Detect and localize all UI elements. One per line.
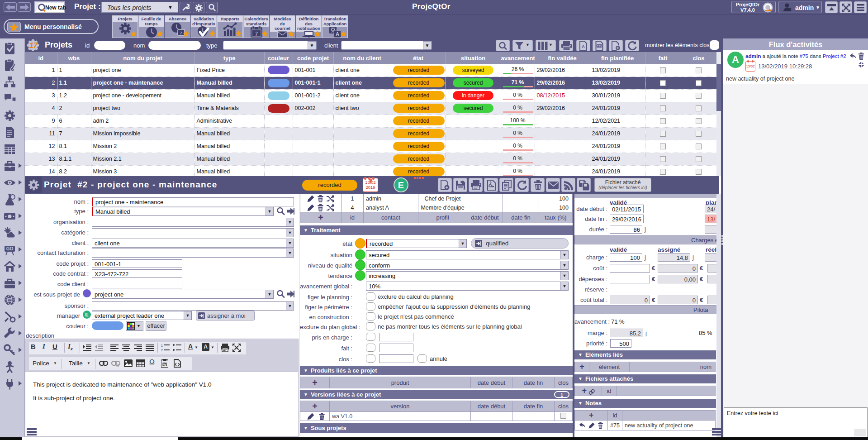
svg-text:7: 7 [180, 31, 182, 35]
svg-text:A: A [335, 31, 339, 38]
svg-text:1: 1 [161, 344, 163, 347]
svg-text:W: W [163, 363, 166, 366]
svg-text:GO: GO [6, 246, 14, 251]
svg-text:CSV: CSV [597, 45, 602, 48]
svg-text:17: 17 [29, 42, 38, 49]
svg-text:2: 2 [161, 349, 163, 351]
svg-text:A: A [582, 44, 585, 49]
svg-text:7: 7 [255, 30, 258, 37]
